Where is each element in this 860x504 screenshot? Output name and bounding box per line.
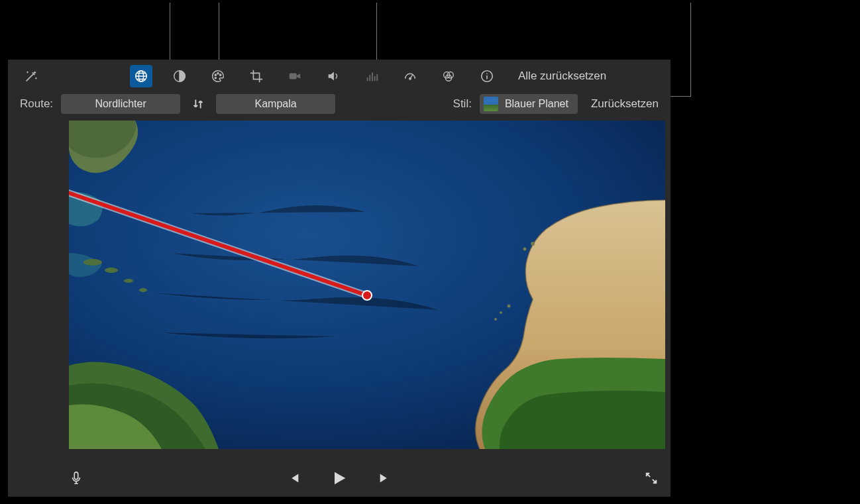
route-end-value: Kampala bbox=[255, 98, 297, 110]
preview-area bbox=[8, 121, 671, 460]
reset-style-button[interactable]: Zurücksetzen bbox=[591, 97, 659, 111]
style-label: Stil: bbox=[453, 97, 472, 111]
next-button[interactable] bbox=[378, 471, 392, 485]
svg-point-31 bbox=[362, 291, 372, 300]
svg-point-20 bbox=[83, 259, 102, 266]
equalizer-button[interactable] bbox=[360, 65, 383, 87]
fullscreen-button[interactable] bbox=[644, 471, 659, 485]
svg-rect-11 bbox=[374, 76, 376, 81]
route-start-dropdown[interactable]: Nordlichter bbox=[61, 94, 180, 114]
magic-wand-button[interactable] bbox=[20, 65, 42, 87]
svg-point-26 bbox=[508, 305, 511, 308]
svg-point-5 bbox=[220, 74, 221, 76]
route-controls: Route: Nordlichter Kampala Stil: Blauer … bbox=[8, 90, 671, 121]
svg-point-4 bbox=[217, 73, 219, 74]
microphone-button[interactable] bbox=[69, 471, 83, 485]
route-end-dropdown[interactable]: Kampala bbox=[216, 94, 335, 114]
video-editor-panel: Alle zurücksetzen Route: Nordlichter Kam… bbox=[8, 60, 671, 497]
style-thumbnail-icon bbox=[484, 97, 498, 111]
previous-button[interactable] bbox=[286, 471, 301, 485]
svg-point-3 bbox=[215, 74, 216, 76]
swap-route-button[interactable] bbox=[188, 94, 208, 114]
svg-point-21 bbox=[105, 268, 118, 273]
svg-rect-9 bbox=[369, 75, 370, 81]
svg-rect-10 bbox=[372, 73, 373, 81]
globe-button[interactable] bbox=[130, 65, 152, 87]
svg-point-27 bbox=[500, 311, 502, 314]
route-start-value: Nordlichter bbox=[95, 98, 146, 110]
svg-rect-7 bbox=[290, 73, 297, 79]
svg-point-6 bbox=[215, 77, 216, 79]
svg-point-28 bbox=[494, 318, 497, 321]
speed-button[interactable] bbox=[399, 65, 421, 87]
svg-point-25 bbox=[523, 248, 527, 251]
route-label: Route: bbox=[20, 97, 53, 111]
adjustments-toolbar: Alle zurücksetzen bbox=[8, 60, 671, 90]
palette-button[interactable] bbox=[207, 65, 229, 87]
filters-button[interactable] bbox=[437, 65, 460, 87]
contrast-button[interactable] bbox=[168, 65, 191, 87]
playback-bar bbox=[8, 460, 671, 497]
svg-point-22 bbox=[124, 279, 133, 283]
map-style-dropdown[interactable]: Blauer Planet bbox=[480, 94, 578, 114]
callout-line-4 bbox=[690, 3, 691, 97]
svg-rect-12 bbox=[376, 74, 378, 81]
svg-point-18 bbox=[486, 73, 488, 74]
volume-button[interactable] bbox=[322, 65, 345, 87]
play-button[interactable] bbox=[330, 469, 349, 487]
svg-point-23 bbox=[139, 288, 147, 292]
svg-point-24 bbox=[531, 242, 535, 246]
style-value: Blauer Planet bbox=[505, 98, 568, 110]
camera-button[interactable] bbox=[284, 65, 306, 87]
info-button[interactable] bbox=[476, 65, 498, 87]
map-preview[interactable] bbox=[69, 121, 665, 449]
svg-point-13 bbox=[409, 77, 411, 79]
crop-button[interactable] bbox=[245, 65, 268, 87]
svg-rect-8 bbox=[367, 77, 368, 81]
reset-all-button[interactable]: Alle zurücksetzen bbox=[518, 70, 606, 83]
